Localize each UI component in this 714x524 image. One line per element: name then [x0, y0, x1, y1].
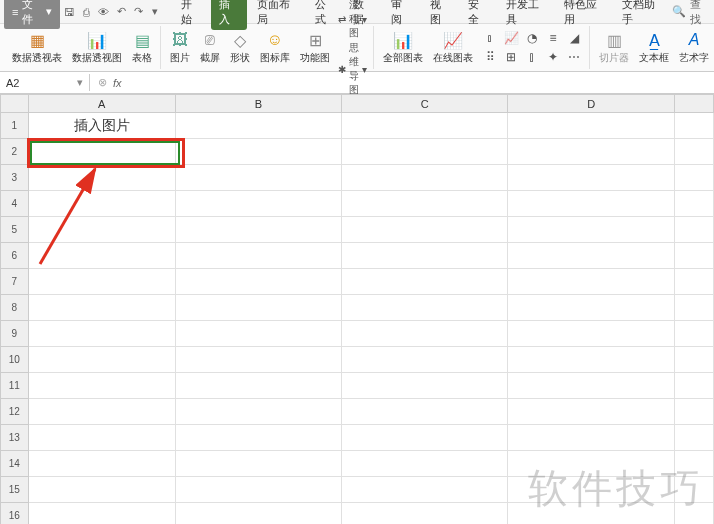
cell[interactable] — [175, 243, 341, 269]
wordart-button[interactable]: A 艺术字 — [677, 28, 711, 67]
cell[interactable] — [28, 503, 175, 525]
cell[interactable] — [674, 503, 713, 525]
fx-label[interactable]: fx — [113, 77, 122, 89]
cell[interactable] — [342, 139, 508, 165]
cell[interactable] — [175, 347, 341, 373]
row-header[interactable]: 11 — [1, 373, 29, 399]
cell[interactable] — [175, 373, 341, 399]
cell[interactable] — [28, 347, 175, 373]
cell[interactable] — [28, 451, 175, 477]
cell[interactable] — [28, 191, 175, 217]
chart-more-icon[interactable]: ⋯ — [565, 48, 583, 66]
cell[interactable] — [674, 347, 713, 373]
cell[interactable] — [674, 191, 713, 217]
cell[interactable] — [175, 399, 341, 425]
col-header-C[interactable]: C — [342, 95, 508, 113]
col-header-extra[interactable] — [674, 95, 713, 113]
cell[interactable] — [342, 243, 508, 269]
cell[interactable] — [508, 243, 674, 269]
cell[interactable] — [342, 347, 508, 373]
chart-line-icon[interactable]: 📈 — [502, 29, 520, 47]
pivot-chart-button[interactable]: 📊 数据透视图 — [70, 28, 124, 67]
cell[interactable] — [342, 269, 508, 295]
cell[interactable] — [28, 399, 175, 425]
cell[interactable] — [508, 217, 674, 243]
cell[interactable] — [175, 503, 341, 525]
row-header[interactable]: 13 — [1, 425, 29, 451]
cell[interactable] — [342, 451, 508, 477]
cell[interactable] — [674, 451, 713, 477]
screenshot-button[interactable]: ⎚ 截屏 — [198, 28, 222, 67]
cell[interactable] — [175, 113, 341, 139]
cell[interactable] — [508, 477, 674, 503]
cell[interactable] — [674, 165, 713, 191]
cell[interactable] — [508, 425, 674, 451]
row-header[interactable]: 6 — [1, 243, 29, 269]
cell[interactable] — [175, 191, 341, 217]
cell[interactable] — [342, 217, 508, 243]
textbox-button[interactable]: A̲ 文本框 — [637, 28, 671, 67]
chart-stock-icon[interactable]: ⊞ — [502, 48, 520, 66]
cell[interactable] — [28, 425, 175, 451]
table-button[interactable]: ▤ 表格 — [130, 28, 154, 67]
row-header[interactable]: 1 — [1, 113, 29, 139]
row-header[interactable]: 4 — [1, 191, 29, 217]
cell[interactable] — [508, 503, 674, 525]
cell[interactable] — [175, 269, 341, 295]
cell[interactable] — [674, 269, 713, 295]
cell[interactable] — [28, 373, 175, 399]
cell[interactable] — [175, 477, 341, 503]
cell[interactable] — [674, 243, 713, 269]
cell[interactable] — [175, 451, 341, 477]
cell-A1[interactable]: 插入图片 — [28, 113, 175, 139]
cell[interactable] — [28, 269, 175, 295]
cell[interactable] — [342, 295, 508, 321]
all-charts-button[interactable]: 📊 全部图表 — [381, 28, 425, 67]
formula-input[interactable] — [130, 81, 714, 85]
row-header[interactable]: 5 — [1, 217, 29, 243]
cell[interactable] — [508, 347, 674, 373]
cell[interactable] — [508, 295, 674, 321]
cell[interactable] — [674, 217, 713, 243]
chart-area-icon[interactable]: ◢ — [565, 29, 583, 47]
row-header[interactable]: 10 — [1, 347, 29, 373]
search-box[interactable]: 🔍 查找 — [672, 0, 710, 27]
file-menu-button[interactable]: ≡ 文件 ▾ — [4, 0, 60, 29]
chart-pie-icon[interactable]: ◔ — [523, 29, 541, 47]
cell[interactable] — [342, 477, 508, 503]
cancel-icon[interactable]: ⊗ — [98, 76, 107, 89]
cell[interactable] — [674, 113, 713, 139]
row-header[interactable]: 7 — [1, 269, 29, 295]
chart-bar-icon[interactable]: ≡ — [544, 29, 562, 47]
undo-icon[interactable]: ↶ — [113, 4, 128, 20]
qat-dropdown-icon[interactable]: ▾ — [148, 4, 163, 20]
cell[interactable] — [674, 477, 713, 503]
row-header[interactable]: 8 — [1, 295, 29, 321]
cell[interactable] — [508, 373, 674, 399]
cell[interactable] — [342, 191, 508, 217]
cell[interactable] — [28, 321, 175, 347]
chart-column-icon[interactable]: ⫾ — [481, 29, 499, 47]
cell[interactable] — [674, 425, 713, 451]
shapes-button[interactable]: ◇ 形状 — [228, 28, 252, 67]
cell[interactable] — [175, 139, 341, 165]
col-header-B[interactable]: B — [175, 95, 341, 113]
pivot-table-button[interactable]: ▦ 数据透视表 — [10, 28, 64, 67]
row-header[interactable]: 3 — [1, 165, 29, 191]
redo-icon[interactable]: ↷ — [131, 4, 146, 20]
cell[interactable] — [342, 399, 508, 425]
picture-button[interactable]: 🖼 图片 — [168, 28, 192, 67]
row-header[interactable]: 12 — [1, 399, 29, 425]
save-icon[interactable]: 🖫 — [62, 4, 77, 20]
select-all-corner[interactable] — [1, 95, 29, 113]
function-chart-button[interactable]: ⊞ 功能图 — [298, 28, 332, 67]
online-chart-button[interactable]: 📈 在线图表 — [431, 28, 475, 67]
print-icon[interactable]: ⎙ — [79, 4, 94, 20]
row-header[interactable]: 16 — [1, 503, 29, 525]
cell[interactable] — [175, 217, 341, 243]
cell[interactable] — [508, 165, 674, 191]
chart-combo-icon[interactable]: ⫿ — [523, 48, 541, 66]
cell[interactable] — [28, 165, 175, 191]
cell[interactable] — [674, 295, 713, 321]
cell[interactable] — [175, 425, 341, 451]
